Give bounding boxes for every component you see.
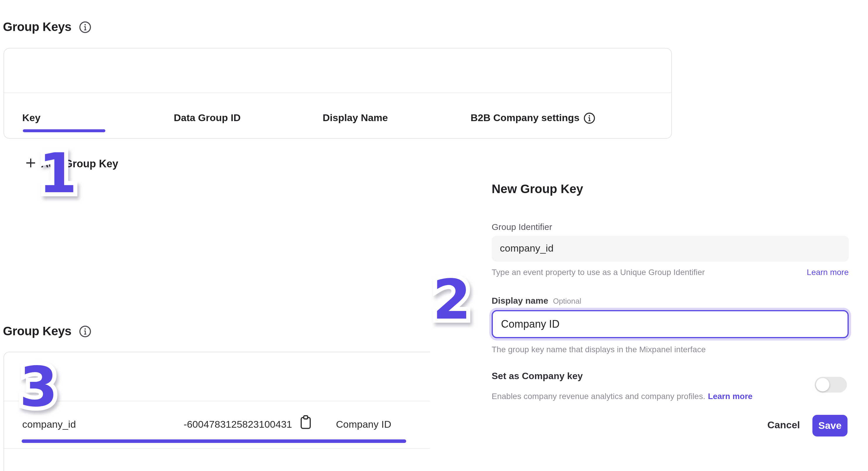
annotation-step-2-badge: 2 2 [433,271,471,329]
info-icon[interactable] [79,325,91,337]
group-identifier-label: Group Identifier [492,222,552,232]
group-identifier-helper: Type an event property to use as a Uniqu… [492,268,705,277]
plus-icon [26,158,36,170]
clipboard-copy-icon[interactable] [300,415,312,431]
annotation-step-3-badge: 3 3 [20,358,58,416]
divider [4,92,671,93]
display-name-label: Display name [492,295,548,306]
annotation-step-2-number: 2 [433,268,471,332]
optional-tag: Optional [553,296,581,306]
form-title: New Group Key [492,182,583,196]
set-company-key-label: Set as Company key [492,371,583,381]
display-name-cell: Company ID [336,418,391,431]
column-header-b2b-settings: B2B Company settings [471,112,595,125]
toggle-knob [816,378,829,391]
cancel-button[interactable]: Cancel [767,419,800,431]
page-title: Group Keys [3,324,71,338]
display-name-helper: The group key name that displays in the … [492,345,706,354]
display-name-label-row: Display name Optional [492,295,581,306]
company-key-helper: Enables company revenue analytics and co… [492,391,705,401]
save-button[interactable]: Save [812,415,847,437]
annotation-step-1-number: 1 [39,141,77,205]
page-title: Group Keys [3,20,71,34]
annotation-step-3-number: 3 [20,355,58,419]
group-keys-setup-page: Group Keys Key Data Group ID Display Nam… [0,0,868,471]
company-key-helper-row: Enables company revenue analytics and co… [492,391,752,401]
annotation-underline-group-key-row [22,439,406,443]
info-icon[interactable] [79,21,91,33]
divider [4,401,430,401]
learn-more-link[interactable]: Learn more [708,391,753,401]
group-keys-heading-row-top: Group Keys [3,20,91,34]
column-header-data-group-id: Data Group ID [174,112,241,125]
annotation-step-1-badge: 1 1 [39,145,77,202]
annotation-underline-add-group-key [23,129,105,132]
group-keys-table-empty: Key Data Group ID Display Name B2B Compa… [3,48,672,139]
column-header-key: Key [22,112,40,125]
info-icon[interactable] [584,112,595,124]
group-key-cell: company_id [22,418,76,431]
column-header-display-name: Display Name [323,112,388,125]
group-keys-heading-row-bottom: Group Keys [3,324,91,338]
group-keys-table-filled: Key Data Group ID Display Name company_i… [3,352,430,471]
display-name-input[interactable] [492,310,849,338]
divider [4,448,430,449]
data-group-id-cell: -6004783125823100431 [182,418,292,431]
company-key-toggle[interactable] [815,377,847,392]
group-identifier-input[interactable] [492,236,849,261]
learn-more-link[interactable]: Learn more [807,268,849,277]
